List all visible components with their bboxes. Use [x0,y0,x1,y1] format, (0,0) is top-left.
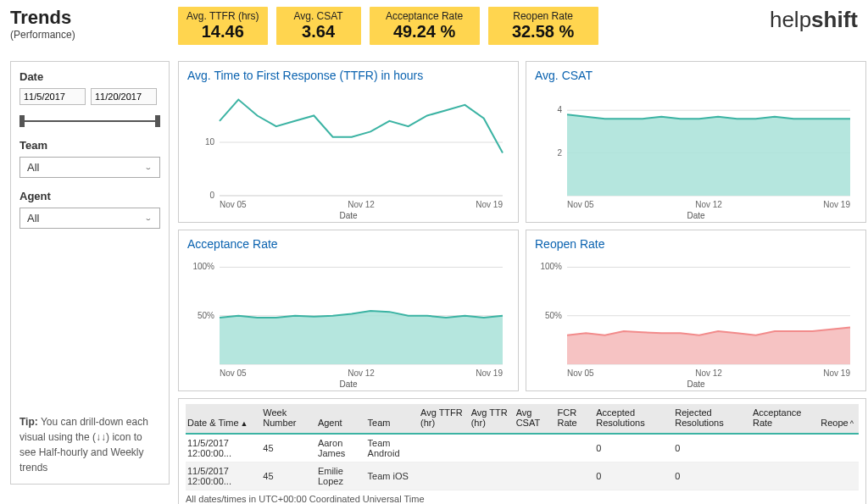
svg-text:Nov 05: Nov 05 [220,200,247,209]
table-cell [419,434,470,462]
kpi-row: Avg. TTFR (hrs) 14.46 Avg. CSAT 3.64 Acc… [178,7,761,45]
table-header[interactable]: Avg TTR (hr) [470,404,515,434]
table-cell [515,462,556,490]
date-label: Date [19,70,160,83]
sort-asc-icon: ▲ [241,419,248,428]
chart-acceptance[interactable]: Acceptance Rate 50%100%Nov 05Nov 12Nov 1… [178,230,519,391]
table-header[interactable]: Team [366,404,419,434]
brand-logo: helpshift [770,7,858,33]
kpi-value: 3.64 [285,22,353,42]
table-cell [751,434,819,462]
table-header[interactable]: Reope^ [819,404,859,434]
kpi-value: 32.58 % [497,22,590,42]
chart-canvas: 50%100%Nov 05Nov 12Nov 19 [535,254,857,381]
chart-title: Avg. CSAT [535,69,857,82]
table-cell [470,434,515,462]
page-title-block: Trends (Performance) [10,7,170,41]
svg-text:100%: 100% [192,262,214,271]
svg-text:Nov 19: Nov 19 [476,200,503,209]
svg-text:Nov 19: Nov 19 [823,200,850,209]
table-header[interactable]: FCR Rate [555,404,594,434]
table-header[interactable]: Accepted Resolutions [594,404,673,434]
svg-text:Nov 12: Nov 12 [695,200,722,209]
table-header[interactable]: Rejected Resolutions [673,404,751,434]
table-cell: Emilie Lopez [316,462,366,490]
kpi-reopen[interactable]: Reopen Rate 32.58 % [488,7,598,45]
chart-title: Avg. Time to First Response (TTFR) in ho… [187,69,509,82]
table-header[interactable]: Avg TTFR (hr) [419,404,470,434]
table-cell: Team Android [366,434,419,462]
table-cell: 0 [673,434,751,462]
page-title: Trends [10,7,170,29]
svg-text:0: 0 [209,191,214,200]
svg-text:4: 4 [557,105,562,114]
agent-value: All [27,212,39,224]
table-cell: 0 [594,462,673,490]
tip-block: Tip: You can drill-down each visual usin… [19,414,160,475]
table-header[interactable]: Date & Time▲ [186,404,261,434]
svg-text:Nov 19: Nov 19 [823,368,850,378]
table-cell: 0 [594,434,673,462]
chart-title: Reopen Rate [535,237,857,251]
kpi-label: Avg. TTFR (hrs) [186,10,259,22]
date-to-input[interactable] [91,88,157,105]
page-subtitle: (Performance) [10,29,170,41]
kpi-label: Acceptance Rate [378,10,471,22]
table-cell [555,462,594,490]
tip-text: You can drill-down each visual using the… [19,416,148,474]
kpi-value: 14.46 [186,22,259,42]
svg-text:50%: 50% [198,311,214,320]
table-cell: 0 [673,462,751,490]
svg-text:100%: 100% [540,262,562,271]
svg-text:Nov 05: Nov 05 [567,200,594,209]
table-cell [819,462,859,490]
table-cell [419,462,470,490]
agent-select[interactable]: All ⌄ [19,208,160,229]
table-row[interactable]: 11/5/2017 12:00:00...45Emilie LopezTeam … [186,462,859,490]
date-from-input[interactable] [19,88,86,105]
kpi-csat[interactable]: Avg. CSAT 3.64 [276,7,361,45]
timezone-note: All dates/times in UTC+00:00 Coordinated… [186,494,859,504]
table-header[interactable]: Week Number [261,404,316,434]
svg-text:Nov 12: Nov 12 [695,368,722,378]
agent-label: Agent [19,190,160,202]
table-cell: Aaron James [316,434,366,462]
chart-ttfr[interactable]: Avg. Time to First Response (TTFR) in ho… [178,61,519,223]
data-table-card[interactable]: Date & Time▲Week NumberAgentTeamAvg TTFR… [178,398,866,504]
table-row[interactable]: 11/5/2017 12:00:00...45Aaron JamesTeam A… [186,434,859,462]
table-cell: 45 [261,434,316,462]
tip-label: Tip: [19,416,38,428]
team-select[interactable]: All ⌄ [19,157,160,178]
chart-csat[interactable]: Avg. CSAT 24Nov 05Nov 12Nov 19 Date [526,61,866,223]
svg-text:Nov 12: Nov 12 [348,200,375,209]
chevron-down-icon: ⌄ [144,214,153,221]
chart-canvas: 50%100%Nov 05Nov 12Nov 19 [187,254,509,381]
svg-text:Nov 19: Nov 19 [476,368,503,378]
table-header[interactable]: Avg CSAT [515,404,556,434]
table-cell: 11/5/2017 12:00:00... [186,462,261,490]
date-slider[interactable] [19,115,160,127]
svg-text:Nov 05: Nov 05 [220,368,247,378]
table-cell [751,462,819,490]
svg-text:Nov 12: Nov 12 [348,368,375,378]
x-axis-label: Date [535,379,857,390]
x-axis-label: Date [187,379,509,390]
table-cell [515,434,556,462]
table-header[interactable]: Agent [316,404,366,434]
table-cell [819,434,859,462]
kpi-acceptance[interactable]: Acceptance Rate 49.24 % [370,7,480,45]
chevron-down-icon: ⌄ [144,163,153,170]
table-cell: 45 [261,462,316,490]
table-cell: Team iOS [366,462,419,490]
kpi-ttfr[interactable]: Avg. TTFR (hrs) 14.46 [178,7,268,45]
svg-text:2: 2 [557,148,562,158]
table-cell [470,462,515,490]
svg-text:50%: 50% [545,311,562,320]
table-header[interactable]: Acceptance Rate [751,404,819,434]
table-cell: 11/5/2017 12:00:00... [186,434,261,462]
chart-title: Acceptance Rate [187,237,509,251]
data-table: Date & Time▲Week NumberAgentTeamAvg TTFR… [186,404,859,490]
chart-reopen[interactable]: Reopen Rate 50%100%Nov 05Nov 12Nov 19 Da… [526,230,866,391]
x-axis-label: Date [187,211,509,222]
table-cell [555,434,594,462]
